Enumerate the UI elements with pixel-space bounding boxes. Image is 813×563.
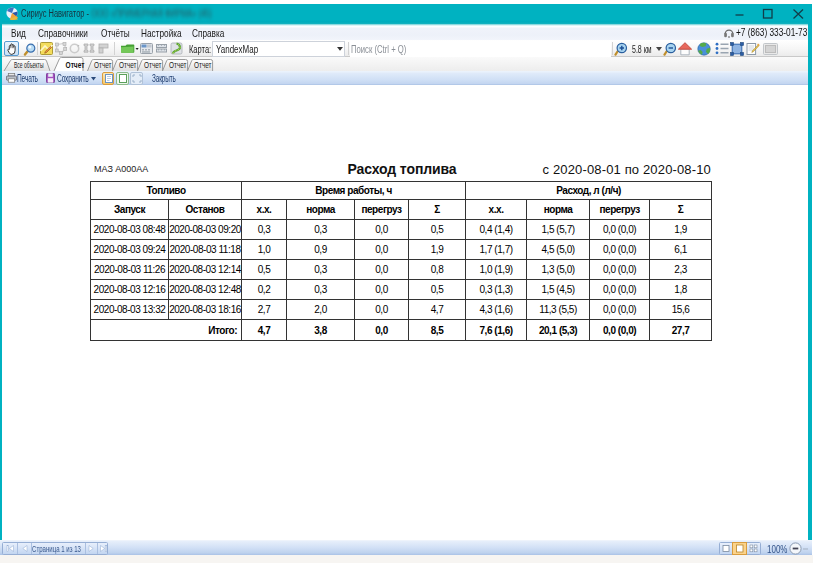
svg-text:Отчет: Отчет	[144, 59, 162, 70]
svg-text:Отчет: Отчет	[66, 59, 85, 70]
svg-text:Отчет: Отчет	[119, 59, 137, 70]
svg-text:Отчет: Отчет	[169, 59, 187, 70]
svg-text:Отчет: Отчет	[194, 59, 212, 70]
svg-text:Все объекты: Все объекты	[14, 59, 44, 70]
svg-text:Отчет: Отчет	[94, 59, 112, 70]
